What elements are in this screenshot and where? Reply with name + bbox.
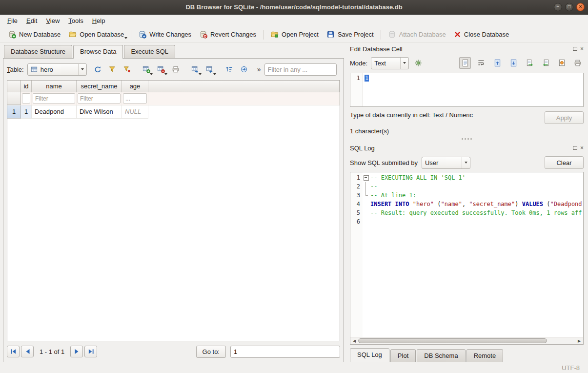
export-cell-button[interactable] (540, 57, 551, 69)
mode-combobox[interactable]: Text (371, 57, 409, 69)
next-record-button[interactable] (70, 346, 83, 357)
log-horizontal-scrollbar[interactable]: ◀ ▶ (350, 337, 583, 344)
clear-log-button[interactable]: Clear (545, 156, 584, 169)
set-null-button[interactable] (556, 57, 568, 69)
mode-label: Mode: (350, 60, 367, 67)
import-table-button[interactable] (203, 63, 217, 76)
tab-execute-sql[interactable]: Execute SQL (124, 45, 175, 58)
cell-id[interactable]: 1 (21, 105, 32, 119)
goto-input[interactable] (230, 346, 340, 358)
first-record-button[interactable] (7, 346, 20, 357)
log-line: -- Result: query executed successfully. … (370, 208, 583, 217)
filter-input-secret-name[interactable] (78, 93, 121, 104)
row-header[interactable]: 1 (7, 105, 21, 119)
write-changes-button[interactable]: Write Changes (134, 28, 195, 41)
text-mode-icon (462, 59, 469, 67)
data-grid: id name secret_name age 1 1 (7, 80, 340, 341)
grid-empty-area[interactable] (7, 119, 340, 341)
submitter-combobox-value: User (425, 159, 458, 166)
import-cell-button[interactable] (524, 57, 535, 69)
text-mode-button[interactable] (459, 57, 471, 69)
open-database-button[interactable]: Open Database (64, 28, 128, 41)
menu-tools[interactable]: Tools (64, 16, 87, 26)
save-filter-button[interactable] (121, 63, 134, 76)
cell-secret-name[interactable]: Dive Wilson (77, 105, 122, 119)
new-database-button[interactable]: New Database (4, 28, 64, 41)
close-dock-icon[interactable]: × (580, 145, 584, 150)
filter-any-input[interactable] (264, 63, 337, 76)
revert-changes-button[interactable]: Revert Changes (195, 28, 260, 41)
dock-splitter[interactable] (350, 135, 584, 143)
delete-record-button[interactable] (155, 63, 168, 76)
scroll-right-icon[interactable]: ▶ (575, 339, 583, 343)
cell-editor[interactable]: 1 1 (350, 73, 584, 107)
goto-button[interactable]: Go to: (196, 346, 226, 358)
open-database-dropdown-caret[interactable] (124, 37, 127, 39)
dock-tab-remote[interactable]: Remote (466, 349, 504, 362)
open-file-button[interactable] (491, 57, 503, 69)
window-titlebar[interactable]: DB Browser for SQLite - /home/user/code/… (0, 0, 588, 15)
filter-input-age[interactable] (123, 93, 147, 104)
close-dock-icon[interactable]: × (580, 46, 584, 51)
save-project-button[interactable]: Save Project (323, 28, 378, 41)
encoding-indicator[interactable]: UTF-8 (562, 364, 580, 372)
apply-button[interactable]: Apply (545, 111, 584, 124)
tab-database-structure[interactable]: Database Structure (4, 45, 72, 58)
print-cell-button[interactable] (572, 57, 584, 69)
last-record-button[interactable] (84, 346, 97, 357)
insert-record-button[interactable] (140, 63, 153, 76)
close-button[interactable]: × (576, 3, 585, 11)
filter-input-name[interactable] (33, 93, 75, 104)
auto-switch-mode-button[interactable] (412, 57, 424, 69)
revert-changes-label: Revert Changes (210, 31, 256, 38)
goto-cell-button[interactable] (238, 63, 251, 76)
table-label: Table: (7, 66, 24, 73)
refresh-button[interactable] (91, 63, 104, 76)
open-project-button[interactable]: Open Project (266, 28, 323, 41)
statusbar: UTF-8 (0, 362, 588, 373)
dock-tab-db-schema[interactable]: DB Schema (417, 349, 465, 362)
new-database-icon (8, 30, 16, 39)
previous-record-button[interactable] (21, 346, 34, 357)
toolbar-separator (131, 30, 131, 40)
dock-tab-plot[interactable]: Plot (390, 349, 416, 362)
menu-edit[interactable]: Edit (22, 16, 41, 26)
log-fold-column[interactable] (363, 172, 369, 337)
cell-name[interactable]: Deadpond (32, 105, 77, 119)
tab-browse-data[interactable]: Browse Data (73, 45, 123, 59)
cell-age[interactable]: NULL (122, 105, 148, 119)
menu-file[interactable]: File (3, 16, 22, 26)
close-database-button[interactable]: Close Database (450, 29, 513, 40)
filter-input-id[interactable] (22, 93, 30, 104)
export-table-button[interactable] (189, 63, 202, 76)
column-header-name[interactable]: name (32, 81, 77, 92)
table-combobox[interactable]: hero (27, 63, 87, 76)
sort-asc-button[interactable] (223, 63, 236, 76)
toolbar-overflow-chevron[interactable]: » (255, 65, 263, 73)
maximize-button[interactable]: □ (565, 3, 573, 11)
scrollbar-thumb[interactable] (358, 338, 547, 343)
menu-help[interactable]: Help (88, 16, 110, 26)
print-button[interactable] (169, 63, 182, 76)
grid-corner[interactable] (7, 81, 21, 92)
float-dock-icon[interactable] (573, 146, 577, 150)
clear-filters-button[interactable] (106, 63, 119, 76)
save-file-button[interactable] (507, 57, 519, 69)
submitter-combobox[interactable]: User (422, 157, 470, 169)
column-header-secret-name[interactable]: secret_name (77, 81, 122, 92)
cell-editor-content[interactable]: 1 (363, 73, 369, 106)
column-header-age[interactable]: age (122, 81, 148, 92)
column-header-id[interactable]: id (21, 81, 32, 92)
record-navigation: 1 - 1 of 1 Go to: (7, 341, 340, 358)
scroll-left-icon[interactable]: ◀ (350, 339, 358, 343)
log-code[interactable]: -- EXECUTING ALL IN 'SQL 1'---- At line … (369, 172, 583, 337)
float-dock-icon[interactable] (573, 47, 577, 51)
open-project-icon (270, 30, 279, 39)
minimize-button[interactable]: − (554, 3, 562, 11)
word-wrap-button[interactable] (475, 57, 487, 69)
save-file-icon (510, 59, 517, 67)
table-combobox-value: hero (41, 66, 74, 73)
dock-tab-sql-log[interactable]: SQL Log (350, 348, 389, 362)
menu-view[interactable]: View (41, 16, 64, 26)
sql-log-view[interactable]: 123456 -- EXECUTING ALL IN 'SQL 1'---- A… (350, 172, 584, 345)
